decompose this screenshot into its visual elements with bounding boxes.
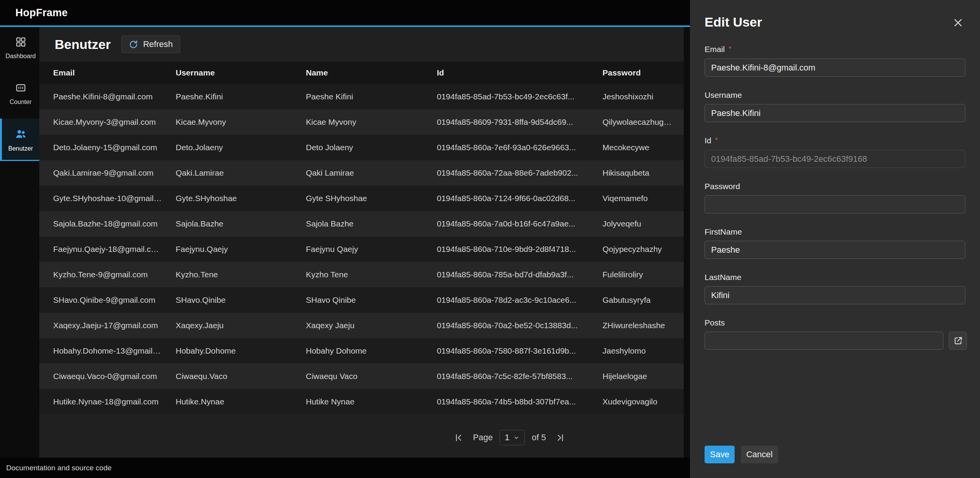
field-posts: Posts — [705, 318, 965, 350]
field-email: Email * — [705, 44, 965, 77]
panel-header: Edit User — [705, 0, 965, 44]
cell-id: 0194fa85-860a-7124-9f66-0ac02d68... — [428, 186, 593, 211]
sidebar-item-counter[interactable]: Counter — [0, 73, 39, 113]
users-icon — [15, 128, 27, 142]
page-label: Page — [473, 433, 493, 443]
cell-username: Hutike.Nynae — [166, 389, 297, 414]
close-icon — [952, 17, 964, 29]
cell-id: 0194fa85-860a-70a2-be52-0c13883d... — [428, 313, 593, 338]
required-asterisk: * — [728, 45, 731, 53]
cell-id: 0194fa85-860a-74b5-b8bd-307bf7ea... — [428, 389, 593, 414]
main-region: Dashboard Counter — [0, 27, 690, 458]
content: Benutzer Refresh — [39, 27, 684, 458]
cell-username: Paeshe.Kifini — [166, 84, 297, 109]
column-header-password[interactable]: Password — [593, 62, 684, 84]
firstname-label: FirstName — [705, 227, 965, 237]
firstname-input[interactable] — [705, 241, 965, 259]
cell-id: 0194fa85-860a-785a-bd7d-dfab9a3f... — [428, 262, 593, 287]
cell-password: Hikisaqubeta — [593, 160, 684, 186]
cell-email: Hutike.Nynae-18@gmail.com — [39, 389, 166, 414]
cell-name: Kicae Myvony — [297, 109, 428, 135]
cell-password: Qilywolaecazhugekae — [593, 109, 684, 135]
required-asterisk: * — [715, 136, 718, 144]
cell-name: Kyzho Tene — [297, 262, 428, 287]
cell-name: Qaki Lamirae — [297, 160, 428, 186]
table-row[interactable]: Xaqexy.Jaeju-17@gmail.comXaqexy.JaejuXaq… — [39, 313, 684, 338]
posts-open-button[interactable] — [949, 332, 967, 350]
table-row[interactable]: Sajola.Bazhe-18@gmail.comSajola.BazheSaj… — [39, 211, 684, 236]
cell-username: Qaki.Lamirae — [166, 160, 297, 186]
users-table: Email Username Name Id Password Paeshe.K… — [39, 62, 684, 414]
sidebar-item-dashboard[interactable]: Dashboard — [0, 27, 39, 67]
email-input[interactable] — [705, 59, 965, 77]
cell-email: Kyzho.Tene-9@gmail.com — [39, 262, 166, 287]
cell-username: Gyte.SHyhoshae — [166, 186, 297, 211]
field-lastname: LastName — [705, 272, 965, 304]
page-total-label: of 5 — [532, 433, 546, 443]
posts-input[interactable] — [705, 332, 943, 350]
table-row[interactable]: Kyzho.Tene-9@gmail.comKyzho.TeneKyzho Te… — [39, 262, 684, 287]
cell-username: Deto.Jolaeny — [166, 135, 297, 160]
page-title: Benutzer — [55, 37, 111, 52]
id-input[interactable] — [705, 150, 965, 168]
id-label: Id * — [705, 136, 965, 146]
cell-password: Fuleliliroliry — [593, 262, 684, 287]
column-header-name[interactable]: Name — [297, 62, 428, 84]
cell-email: Sajola.Bazhe-18@gmail.com — [39, 211, 166, 236]
refresh-button[interactable]: Refresh — [121, 35, 180, 53]
cell-name: Paeshe Kifini — [297, 84, 428, 109]
last-page-button[interactable] — [553, 430, 568, 445]
field-id: Id * — [705, 136, 965, 168]
cancel-button[interactable]: Cancel — [741, 446, 778, 463]
page-select[interactable]: 1 — [500, 430, 525, 445]
sidebar-item-label: Dashboard — [5, 53, 35, 60]
close-button[interactable] — [951, 15, 965, 31]
table-row[interactable]: Gyte.SHyhoshae-10@gmail.comGyte.SHyhosha… — [39, 186, 684, 211]
cell-name: SHavo Qinibe — [297, 287, 428, 313]
cell-password: Jaeshylomo — [593, 338, 684, 364]
table-row[interactable]: SHavo.Qinibe-9@gmail.comSHavo.QinibeSHav… — [39, 287, 684, 313]
table-row[interactable]: Faejynu.Qaejy-18@gmail.comFaejynu.QaejyF… — [39, 236, 684, 262]
external-link-icon — [953, 336, 963, 346]
username-input[interactable] — [705, 104, 965, 122]
sidebar-item-label: Counter — [10, 99, 32, 106]
last-page-icon — [555, 433, 566, 443]
table-row[interactable]: Kicae.Myvony-3@gmail.comKicae.MyvonyKica… — [39, 109, 684, 135]
table-row[interactable]: Deto.Jolaeny-15@gmail.comDeto.JolaenyDet… — [39, 135, 684, 160]
sidebar: Dashboard Counter — [0, 27, 39, 458]
cell-email: Paeshe.Kifini-8@gmail.com — [39, 84, 166, 109]
dashboard-grid-icon — [15, 36, 27, 49]
table-row[interactable]: Qaki.Lamirae-9@gmail.comQaki.LamiraeQaki… — [39, 160, 684, 186]
scrollbar-track[interactable] — [684, 27, 690, 458]
cell-username: SHavo.Qinibe — [166, 287, 297, 313]
cell-username: Ciwaequ.Vaco — [166, 364, 297, 389]
table-row[interactable]: Ciwaequ.Vaco-0@gmail.comCiwaequ.VacoCiwa… — [39, 364, 684, 389]
table-row[interactable]: Hutike.Nynae-18@gmail.comHutike.NynaeHut… — [39, 389, 684, 414]
docs-link[interactable]: Documentation and source code — [6, 464, 112, 472]
cell-id: 0194fa85-85ad-7b53-bc49-2ec6c63f... — [428, 84, 593, 109]
table-header-row: Email Username Name Id Password — [39, 62, 684, 84]
column-header-username[interactable]: Username — [166, 62, 297, 84]
cell-name: Ciwaequ Vaco — [297, 364, 428, 389]
column-header-email[interactable]: Email — [39, 62, 166, 84]
column-header-id[interactable]: Id — [428, 62, 593, 84]
save-button[interactable]: Save — [705, 446, 735, 463]
lastname-input[interactable] — [705, 286, 965, 304]
current-page-value: 1 — [505, 433, 509, 443]
cell-name: Xaqexy Jaeju — [297, 313, 428, 338]
password-input[interactable] — [705, 195, 965, 213]
cell-password: Qojypecyzhazhy — [593, 236, 684, 262]
cell-id: 0194fa85-8609-7931-8ffa-9d54dc69... — [428, 109, 593, 135]
sidebar-item-benutzer[interactable]: Benutzer — [0, 119, 39, 161]
cell-username: Faejynu.Qaejy — [166, 236, 297, 262]
table-row[interactable]: Paeshe.Kifini-8@gmail.comPaeshe.KifiniPa… — [39, 84, 684, 109]
cell-email: Deto.Jolaeny-15@gmail.com — [39, 135, 166, 160]
cell-username: Kyzho.Tene — [166, 262, 297, 287]
table-row[interactable]: Hobahy.Dohome-13@gmail.comHobahy.DohomeH… — [39, 338, 684, 364]
cell-name: Faejynu Qaejy — [297, 236, 428, 262]
cell-email: Faejynu.Qaejy-18@gmail.com — [39, 236, 166, 262]
cell-name: Deto Jolaeny — [297, 135, 428, 160]
first-page-button[interactable] — [451, 430, 466, 445]
cell-id: 0194fa85-860a-7e6f-93a0-626e9663... — [428, 135, 593, 160]
field-firstname: FirstName — [705, 227, 965, 259]
